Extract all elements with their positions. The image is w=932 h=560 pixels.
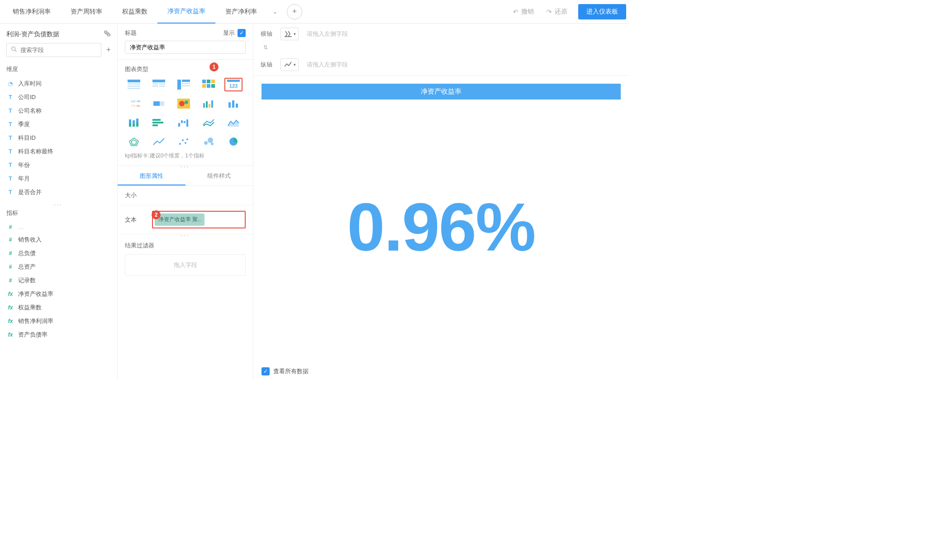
dim-field[interactable]: T公司名称 xyxy=(6,104,114,118)
svg-marker-54 xyxy=(131,140,137,144)
view-all-row[interactable]: ✓ 查看所有数据 xyxy=(253,363,629,380)
metric-field[interactable]: #销售收入 xyxy=(6,233,114,247)
chart-type-waterfall[interactable] xyxy=(175,116,193,129)
text-icon: T xyxy=(6,108,14,114)
svg-text:778: 778 xyxy=(131,104,136,107)
search-input[interactable] xyxy=(20,47,97,53)
svg-point-31 xyxy=(179,101,185,106)
filter-label: 结果过滤器 xyxy=(125,242,246,250)
redo-icon: ↷ xyxy=(547,8,552,15)
dimensions-label: 维度 xyxy=(0,62,117,77)
tab-overflow-icon[interactable]: ⌄ xyxy=(267,9,283,15)
svg-rect-52 xyxy=(186,119,188,127)
show-title-toggle[interactable]: 显示 ✓ xyxy=(223,29,246,37)
chart-type-radar[interactable] xyxy=(125,135,143,148)
metric-field[interactable]: #… xyxy=(6,221,114,233)
svg-rect-17 xyxy=(207,80,210,83)
text-icon: T xyxy=(6,162,14,168)
chart-type-grid[interactable] xyxy=(200,78,218,91)
chart-type-crosstab[interactable] xyxy=(175,78,193,91)
chart-type-bar[interactable] xyxy=(224,97,243,110)
filter-dropzone[interactable]: 拖入字段 xyxy=(125,254,246,276)
chart-type-heatmap[interactable] xyxy=(175,97,193,110)
y-axis-dropzone[interactable]: 请拖入左侧字段 xyxy=(304,58,622,71)
swap-axes-icon[interactable]: ⇅ xyxy=(261,44,268,51)
metrics-label: 指标 xyxy=(0,205,117,221)
text-icon: T xyxy=(6,121,14,128)
enter-dashboard-button[interactable]: 进入仪表板 xyxy=(578,4,626,19)
chart-type-table2[interactable] xyxy=(150,78,168,91)
svg-rect-3 xyxy=(128,80,140,82)
undo-icon: ↶ xyxy=(513,8,518,15)
number-icon: # xyxy=(6,237,14,243)
text-binding-dropzone[interactable]: 2 净资产收益率 聚.. xyxy=(152,211,246,228)
text-icon: T xyxy=(6,176,14,182)
metric-field[interactable]: fx权益乘数 xyxy=(6,301,114,314)
chart-type-multi-kpi[interactable]: 123456778912 xyxy=(125,97,143,110)
dim-field[interactable]: T科目名称最终 xyxy=(6,145,114,158)
dim-field[interactable]: T是否合并 xyxy=(6,185,114,199)
chart-type-bar-mixed[interactable] xyxy=(200,97,218,110)
dim-field[interactable]: T科目ID xyxy=(6,131,114,145)
metric-field[interactable]: #记录数 xyxy=(6,274,114,287)
dim-field[interactable]: T年份 xyxy=(6,158,114,172)
tab-4[interactable]: 资产净利率 xyxy=(215,0,267,24)
chart-type-kpi[interactable]: 123 xyxy=(224,78,243,91)
redo-button[interactable]: ↷ 还原 xyxy=(540,5,574,19)
svg-rect-29 xyxy=(153,101,160,106)
chart-type-table1[interactable] xyxy=(125,78,143,91)
datasource-switch-icon[interactable] xyxy=(104,30,111,38)
search-field-box[interactable] xyxy=(6,43,101,57)
tab-3[interactable]: 净资产收益率 xyxy=(157,0,215,24)
x-axis-type-button[interactable]: ▾ xyxy=(281,28,299,40)
y-axis-type-button[interactable]: ▾ xyxy=(281,58,299,71)
svg-rect-50 xyxy=(181,120,183,123)
number-icon: # xyxy=(6,250,14,256)
metric-field[interactable]: fx资产负债率 xyxy=(6,328,114,342)
svg-point-57 xyxy=(185,142,186,144)
chart-type-line-multi[interactable] xyxy=(200,116,218,129)
x-axis-dropzone[interactable]: 请拖入左侧字段 xyxy=(304,27,622,41)
chart-type-line[interactable] xyxy=(150,135,168,148)
prop-size-row[interactable]: 大小 xyxy=(118,186,253,205)
chart-type-scatter[interactable] xyxy=(175,135,193,148)
chart-type-hbar[interactable] xyxy=(150,116,168,129)
tab-component-style[interactable]: 组件样式 xyxy=(185,167,253,185)
chart-type-stacked-bar[interactable] xyxy=(125,116,143,129)
chart-type-area[interactable] xyxy=(224,116,243,129)
dim-field[interactable]: ◔入库时间 xyxy=(6,77,114,90)
prop-text-row: 文本 2 净资产收益率 聚.. xyxy=(118,205,253,234)
add-field-button[interactable]: + xyxy=(106,45,111,55)
tab-0[interactable]: 销售净利润率 xyxy=(3,0,61,24)
text-chip[interactable]: 净资产收益率 聚.. xyxy=(155,214,204,226)
add-tab-button[interactable]: + xyxy=(287,4,302,19)
svg-text:123: 123 xyxy=(131,100,136,103)
metric-field[interactable]: fx销售净利润率 xyxy=(6,314,114,328)
svg-text:456: 456 xyxy=(137,100,140,103)
dim-field[interactable]: T季度 xyxy=(6,118,114,131)
svg-rect-21 xyxy=(211,84,215,88)
tab-2[interactable]: 权益乘数 xyxy=(112,0,157,24)
chart-type-gauge[interactable] xyxy=(150,97,168,110)
metric-field[interactable]: #总负债 xyxy=(6,247,114,260)
chart-type-pie[interactable] xyxy=(224,135,243,148)
dim-field[interactable]: T公司ID xyxy=(6,90,114,104)
chart-type-bubble[interactable] xyxy=(200,135,218,148)
chart-title-input[interactable] xyxy=(125,41,246,54)
fields-panel: 利润-资产负债数据 + 维度 ◔入库时间 T公司I xyxy=(0,24,118,380)
chart-type-label: 图表类型 1 xyxy=(125,65,246,73)
text-icon: T xyxy=(6,189,14,195)
config-panel: 标题 显示 ✓ 图表类型 1 xyxy=(118,24,253,380)
tab-shape-props[interactable]: 图形属性 xyxy=(118,167,185,185)
dim-field[interactable]: T年月 xyxy=(6,172,114,185)
svg-rect-49 xyxy=(178,123,180,127)
fx-icon: fx xyxy=(6,318,14,324)
svg-rect-8 xyxy=(152,83,158,85)
svg-rect-51 xyxy=(184,121,185,123)
undo-button[interactable]: ↶ 撤销 xyxy=(507,5,540,19)
metric-field[interactable]: #总资产 xyxy=(6,260,114,274)
x-axis-label: 横轴 xyxy=(261,30,275,38)
tab-1[interactable]: 资产周转率 xyxy=(61,0,112,24)
svg-rect-38 xyxy=(232,100,234,108)
metric-field[interactable]: fx净资产收益率 xyxy=(6,287,114,301)
